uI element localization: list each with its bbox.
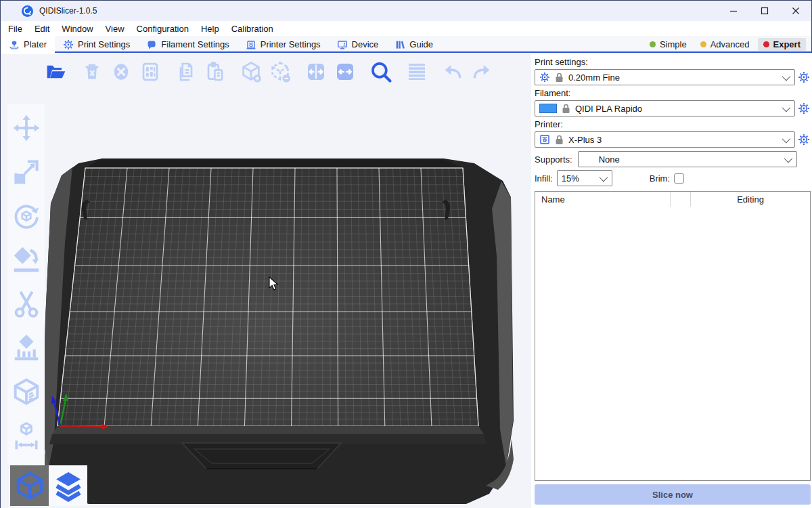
rotate-button[interactable] <box>10 196 43 236</box>
minimize-button[interactable] <box>718 1 749 21</box>
menu-calibration[interactable]: Calibration <box>225 22 279 35</box>
supports-label: Supports: <box>535 154 572 165</box>
supports-combo[interactable]: None <box>578 151 797 167</box>
filament-color-swatch <box>539 104 557 113</box>
mode-expert[interactable]: Expert <box>758 38 806 51</box>
printer-value: X-Plus 3 <box>568 135 777 145</box>
tab-guide[interactable]: Guide <box>386 36 441 53</box>
print-settings-gear-icon <box>63 39 74 50</box>
filament-icon <box>146 39 157 50</box>
lock-icon <box>562 104 570 114</box>
chevron-down-icon <box>599 173 608 182</box>
menu-bar: File Edit Window View Configuration Help… <box>1 21 811 36</box>
print-settings-value: 0.20mm Fine <box>568 72 777 83</box>
object-list-table[interactable]: Name Editing <box>535 191 811 481</box>
tab-printer-settings[interactable]: Printer Settings <box>238 36 329 53</box>
chevron-down-icon <box>784 154 793 163</box>
column-header-blank <box>671 192 691 207</box>
add-instance-button[interactable] <box>239 58 263 85</box>
print-settings-edit-button[interactable] <box>797 71 811 83</box>
open-button[interactable] <box>44 58 68 85</box>
chevron-down-icon <box>782 103 791 112</box>
paint-supports-button[interactable] <box>10 328 43 368</box>
slice-now-button[interactable]: Slice now <box>535 484 811 505</box>
mode-selector: Simple Advanced Expert <box>644 36 811 53</box>
3d-cube-icon <box>14 470 45 501</box>
column-header-name: Name <box>535 192 671 207</box>
tab-device[interactable]: Device <box>329 36 387 53</box>
copy-button[interactable] <box>174 58 198 85</box>
lock-icon <box>555 72 564 83</box>
mouse-cursor <box>269 276 279 291</box>
paste-button[interactable] <box>203 58 227 85</box>
layers-icon <box>52 469 85 502</box>
printer-label: Printer: <box>535 119 811 129</box>
arrange-button[interactable] <box>138 58 162 85</box>
simple-dot-icon <box>650 41 656 47</box>
measure-button[interactable] <box>10 416 43 457</box>
printer-icon <box>539 134 550 145</box>
settings-sidebar: Print settings: 0.20mm Fine Filament: QI… <box>531 53 812 508</box>
filament-value: QIDI PLA Rapido <box>575 104 777 114</box>
place-on-face-button[interactable] <box>10 240 43 280</box>
redo-button[interactable] <box>470 58 494 85</box>
menu-file[interactable]: File <box>2 22 28 35</box>
menu-view[interactable]: View <box>99 22 131 35</box>
view-mode-toggles <box>10 465 87 506</box>
split-to-parts-button[interactable] <box>333 58 357 85</box>
3d-viewport[interactable] <box>1 53 531 508</box>
brim-checkbox[interactable] <box>674 173 684 184</box>
app-logo-icon <box>22 5 33 17</box>
printer-edit-button[interactable] <box>797 133 811 146</box>
infill-combo[interactable]: 15% <box>557 170 612 186</box>
cut-button[interactable] <box>10 284 43 324</box>
title-bar: QIDISlicer-1.0.5 <box>1 1 811 21</box>
printer-combo[interactable]: X-Plus 3 <box>535 131 795 148</box>
expert-dot-icon <box>763 41 769 47</box>
undo-button[interactable] <box>441 58 465 85</box>
maximize-button[interactable] <box>749 1 780 21</box>
chevron-down-icon <box>782 72 791 81</box>
tab-filament-settings[interactable]: Filament Settings <box>138 36 237 53</box>
seam-painting-button[interactable] <box>10 372 43 412</box>
scale-button[interactable] <box>10 152 43 192</box>
delete-button[interactable] <box>80 58 104 85</box>
mode-simple[interactable]: Simple <box>644 38 692 51</box>
main-tab-bar: Plater Print Settings Filament Settings … <box>1 36 811 53</box>
print-settings-label: Print settings: <box>535 57 811 67</box>
menu-help[interactable]: Help <box>195 22 225 35</box>
lock-icon <box>555 135 564 145</box>
brim-label: Brim: <box>650 173 670 184</box>
preview-view-button[interactable] <box>49 465 87 506</box>
remove-instance-button[interactable] <box>268 58 292 85</box>
supports-value: None <box>583 154 780 165</box>
print-bed <box>1 53 531 508</box>
move-button[interactable] <box>10 108 43 148</box>
menu-edit[interactable]: Edit <box>28 22 55 35</box>
filament-combo[interactable]: QIDI PLA Rapido <box>535 100 795 117</box>
object-manipulation-toolbar <box>7 104 45 465</box>
tab-print-settings[interactable]: Print Settings <box>55 36 138 53</box>
advanced-dot-icon <box>700 41 706 47</box>
object-table-header: Name Editing <box>535 192 810 207</box>
editor-view-button[interactable] <box>10 465 49 506</box>
delete-all-button[interactable] <box>109 58 133 85</box>
variable-layer-height-button[interactable] <box>405 58 429 85</box>
infill-value: 15% <box>562 173 600 184</box>
device-monitor-icon <box>337 39 348 50</box>
filament-edit-button[interactable] <box>797 102 811 114</box>
guide-books-icon <box>394 39 405 50</box>
column-header-editing: Editing <box>691 192 810 207</box>
menu-configuration[interactable]: Configuration <box>131 22 195 35</box>
split-to-objects-button[interactable] <box>304 58 328 85</box>
menu-window[interactable]: Window <box>55 22 99 35</box>
gear-icon <box>539 72 550 83</box>
search-button[interactable] <box>369 58 393 85</box>
mode-advanced[interactable]: Advanced <box>695 38 755 51</box>
tab-plater[interactable]: Plater <box>1 36 55 53</box>
plater-toolbar <box>44 58 499 85</box>
chevron-down-icon <box>782 134 791 143</box>
close-button[interactable] <box>780 1 811 21</box>
app-window: QIDISlicer-1.0.5 File Edit Window View C… <box>0 0 812 508</box>
print-settings-combo[interactable]: 0.20mm Fine <box>535 69 795 85</box>
